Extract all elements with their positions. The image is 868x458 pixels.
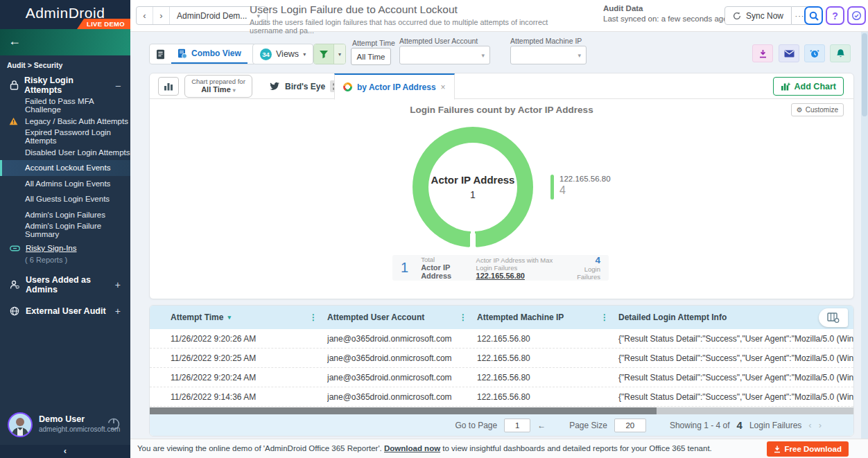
chart-type-button[interactable] (158, 77, 179, 96)
sidebar-group-external-user-audit[interactable]: External User Audit + (0, 302, 130, 320)
cell-attempt-time: 11/26/2022 9:20:26 AM (171, 334, 327, 344)
filter-dropdown-caret[interactable]: ▾ (333, 44, 345, 64)
nav-forward-button[interactable]: › (153, 7, 170, 24)
collapse-section-icon[interactable]: – (116, 80, 121, 91)
sidebar-item-disabled-user[interactable]: Disabled User Login Attempts (0, 145, 130, 161)
tab-by-actor-ip[interactable]: by Actor IP Address × (334, 73, 455, 100)
table-view-tab[interactable] (150, 44, 171, 64)
expand-group-icon[interactable]: + (115, 279, 121, 290)
power-icon[interactable] (107, 417, 121, 431)
cell-machine-ip: 122.165.56.80 (477, 353, 618, 363)
sync-now-button[interactable]: Sync Now (724, 6, 792, 25)
prepared-for-caption: Chart prepared for (185, 78, 252, 85)
cell-user-account: jane@o365droid.onmicrosoft.com (327, 353, 477, 363)
vertical-scrollbar[interactable] (861, 32, 868, 439)
horizontal-scrollbar-thumb[interactable] (150, 407, 657, 414)
last-synced-text: Last synced on: a few seconds ago (603, 15, 728, 23)
filter-button[interactable]: ▾ (313, 44, 346, 64)
bar-chart-icon (164, 82, 173, 91)
chevron-down-icon: ▾ (338, 51, 341, 58)
alerts-bell-button[interactable] (830, 44, 851, 62)
attempted-machine-ip-select[interactable]: ▾ (510, 46, 587, 64)
chart-legend[interactable]: 122.165.56.80 4 (550, 175, 611, 200)
risky-signins-label: Risky Sign-Ins (26, 244, 77, 252)
column-label: Attempt Time (171, 312, 223, 322)
column-menu-icon[interactable]: ⋮ (309, 312, 318, 322)
export-download-button[interactable] (752, 44, 773, 62)
history-check-button[interactable] (847, 6, 866, 25)
page-next-button[interactable]: › (819, 420, 822, 430)
chart-stats-strip: 1 Total Actor IP Address Actor IP Addres… (392, 255, 609, 281)
free-download-button[interactable]: Free Download (767, 441, 849, 457)
help-button[interactable]: ? (826, 6, 844, 25)
legend-color-bar (550, 175, 554, 200)
sidebar-item-failed-mfa[interactable]: Failed to Pass MFA Challenge (0, 98, 130, 114)
sidebar-item-admins-login-failures[interactable]: Admin's Login Failures (0, 207, 130, 223)
avatar[interactable] (8, 412, 33, 437)
sidebar-sub-items: Failed to Pass MFA Challenge Legacy / Ba… (0, 98, 130, 238)
table-header-row: Attempt Time ▾ ⋮ Attempted User Account … (150, 306, 853, 329)
page-prev-button[interactable]: ‹ (808, 420, 811, 430)
donut-chart[interactable]: Actor IP Address 1 (413, 127, 533, 247)
column-menu-icon[interactable]: ⋮ (459, 312, 467, 322)
sidebar-collapse-toggle[interactable]: ‹ (0, 445, 130, 458)
column-chooser-button[interactable] (819, 308, 848, 327)
donut-center-label: Actor IP Address (431, 174, 515, 186)
cell-user-account: jane@o365droid.onmicrosoft.com (327, 392, 477, 402)
legend-value: 4 (559, 184, 611, 197)
attempted-user-account-select[interactable]: ▾ (399, 46, 490, 64)
filter-label-machine-ip: Attempted Machine IP (510, 37, 582, 45)
sidebar-item-label: Admin's Login Failures (25, 211, 105, 219)
chart-prepared-for-button[interactable]: Chart prepared for All Time ▾ (184, 75, 252, 98)
sidebar-item-all-guests-login[interactable]: All Guests Login Events (0, 191, 130, 207)
attempt-time-filter[interactable]: All Time (351, 48, 391, 65)
sidebar-item-all-admins-login[interactable]: All Admins Login Events (0, 176, 130, 192)
sidebar-section-risky-login-attempts[interactable]: Risky Login Attempts – (0, 76, 130, 94)
report-nav-group: ‹ › AdminDroid Dem... ▾ (136, 6, 268, 25)
email-button[interactable] (779, 44, 799, 62)
cell-machine-ip: 122.165.56.80 (477, 392, 618, 402)
pagination-bar: Go to Page ← Page Size Showing 1 - 4 of … (150, 414, 853, 436)
close-tab-icon[interactable]: × (441, 82, 446, 92)
horizontal-scrollbar[interactable] (150, 407, 853, 414)
sidebar-item-expired-password[interactable]: Expired Password Login Attempts (0, 129, 130, 145)
sidebar-back-strip: ← (0, 29, 130, 55)
column-header-attempt-time[interactable]: Attempt Time ▾ ⋮ (171, 312, 327, 322)
sidebar-group-label: Users Added as Admins (26, 275, 109, 294)
goto-page-enter-icon[interactable]: ← (537, 421, 546, 430)
vertical-scrollbar-thumb[interactable] (862, 33, 867, 116)
sidebar-group-label: External User Audit (26, 306, 109, 316)
table-row[interactable]: 11/26/2022 9:20:24 AM jane@o365droid.onm… (150, 368, 853, 387)
views-dropdown[interactable]: 34 Views ▾ (252, 44, 313, 64)
donut-center-value: 1 (470, 189, 476, 200)
chart-title: Login Failures count by Actor IP Address (150, 105, 853, 115)
sidebar-item-admins-login-failure-summary[interactable]: Admin's Login Failure Summary (0, 222, 130, 238)
combo-view-tab[interactable]: Combo View (171, 44, 248, 64)
sidebar-item-risky-signins[interactable]: Risky Sign-Ins ( 6 Reports ) (0, 242, 130, 264)
add-chart-label: Add Chart (795, 82, 836, 91)
bird-icon (269, 82, 280, 91)
sidebar-item-account-lockout[interactable]: Account Lockout Events (0, 160, 130, 176)
column-label: Attempted Machine IP (477, 312, 564, 322)
column-header-machine-ip[interactable]: Attempted Machine IP ⋮ (477, 312, 618, 322)
table-row[interactable]: 11/26/2022 9:20:26 AM jane@o365droid.onm… (150, 329, 853, 349)
table-row[interactable]: 11/26/2022 9:14:36 AM jane@o365droid.onm… (150, 387, 853, 407)
expand-group-icon[interactable]: + (115, 306, 121, 317)
page-size-input[interactable] (614, 419, 646, 432)
sidebar-item-legacy-auth[interactable]: Legacy / Basic Auth Attempts (0, 114, 130, 130)
table-row[interactable]: 11/26/2022 9:20:25 AM jane@o365droid.onm… (150, 349, 853, 368)
goto-page-input[interactable] (504, 419, 530, 432)
footer-text-before: You are viewing the online demo of 'Admi… (137, 444, 384, 452)
search-button[interactable] (804, 6, 823, 25)
column-header-user-account[interactable]: Attempted User Account ⋮ (327, 312, 477, 322)
schedule-alarm-button[interactable] (804, 44, 825, 62)
back-arrow-icon[interactable]: ← (8, 34, 21, 49)
download-now-link[interactable]: Download now (384, 444, 440, 452)
views-label: Views (276, 49, 299, 59)
column-label: Attempted User Account (327, 312, 424, 322)
add-chart-button[interactable]: Add Chart (773, 77, 844, 96)
sidebar-group-users-added-admins[interactable]: Users Added as Admins + (0, 276, 130, 294)
stat-max-ip-link[interactable]: 122.165.56.80 (476, 272, 559, 280)
column-menu-icon[interactable]: ⋮ (600, 312, 609, 322)
nav-back-button[interactable]: ‹ (137, 7, 153, 24)
